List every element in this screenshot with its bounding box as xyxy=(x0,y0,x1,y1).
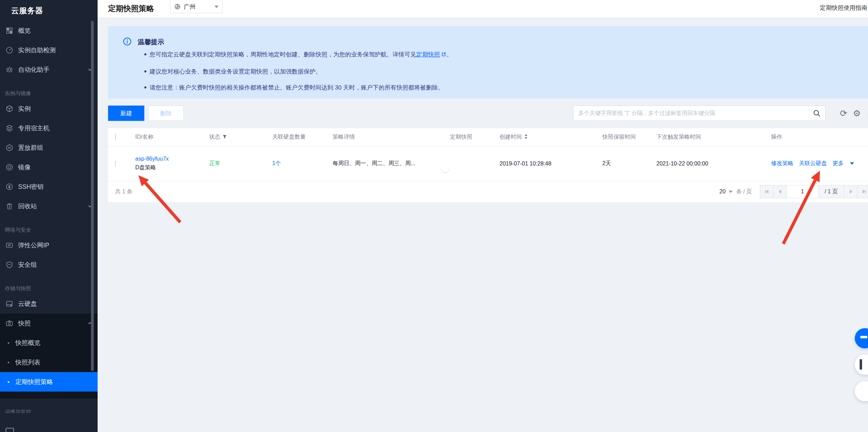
gear-icon[interactable]: ⚙ xyxy=(850,107,863,120)
bullet-dot-icon xyxy=(144,70,146,72)
floating-feedback-button[interactable] xyxy=(855,328,868,348)
page-total-label: / 1 页 xyxy=(818,185,844,198)
sidebar-item-recycle-bin[interactable]: 回收站 xyxy=(0,196,98,216)
sidebar-item-snapshot[interactable]: 快照 xyxy=(0,314,98,333)
sidebar-item-cbs[interactable]: 云硬盘 xyxy=(0,294,98,314)
col-actions: 操作 xyxy=(771,133,868,141)
sidebar-item-ssh-keys[interactable]: SSH密钥 xyxy=(0,177,98,196)
sidebar-section-storage: 存储与快照 xyxy=(0,283,98,294)
table-footer: 共 1 条 20 条 / 页 / 1 页 xyxy=(108,181,868,202)
sort-icon[interactable] xyxy=(524,134,528,141)
sidebar-item-snapshot-list[interactable]: 快照列表 xyxy=(0,353,98,372)
sidebar-item-label: 实例自助检测 xyxy=(18,46,56,54)
search-input[interactable] xyxy=(573,110,808,116)
cell-id-name: asp-86yfuu7x D盘策略 xyxy=(135,156,209,171)
sidebar-item-snapshot-overview[interactable]: 快照概览 xyxy=(0,333,98,353)
policy-detail-text: 每周日、周一、周二、周三、周... xyxy=(333,160,450,167)
target-icon xyxy=(5,163,14,172)
pagination: 20 条 / 页 / 1 页 xyxy=(719,185,868,198)
table-header-row: ID/名称 状态 关联硬盘数量 策略详情 定期快照 创建时间 快照保留时间 下次… xyxy=(108,128,868,146)
alert-bullet-2: 建议您对核心业务、数据类业务设置定期快照，以加强数据保护。 xyxy=(144,68,321,76)
bullet-dot-icon xyxy=(144,86,146,88)
sidebar-item-placement-group[interactable]: 置放群组 xyxy=(0,138,98,157)
bullet-dot-icon xyxy=(8,362,9,363)
sidebar-item-label: 自动化助手 xyxy=(18,65,50,74)
sidebar-item-self-check[interactable]: 实例自助检测 xyxy=(0,40,98,60)
trash-icon xyxy=(5,202,14,211)
bullet-dot-icon xyxy=(144,53,146,55)
first-page-button[interactable] xyxy=(760,185,774,198)
last-page-button[interactable] xyxy=(857,185,868,198)
refresh-icon[interactable]: ⟳ xyxy=(837,107,850,120)
overview-grid-icon xyxy=(5,26,14,35)
scheduled-snapshot-doc-link[interactable]: 定期快照 xyxy=(416,51,440,58)
page-title: 定期快照策略 xyxy=(108,0,154,17)
page-number-input[interactable] xyxy=(786,185,818,198)
sidebar-item-overview[interactable]: 概览 xyxy=(0,21,98,40)
search-icon[interactable] xyxy=(808,109,825,117)
sidebar-subitem-label: 快照列表 xyxy=(15,358,40,367)
sidebar-item-dedicated-host[interactable]: 专用宿主机 xyxy=(0,118,98,138)
chevron-down-icon xyxy=(850,162,854,165)
row-actions: 修改策略关联云硬盘更多 xyxy=(771,160,868,167)
sidebar-item-scheduled-snapshot-policy[interactable]: 定期快照策略 xyxy=(0,372,98,392)
usage-guide-link[interactable]: 定期快照使用指南 xyxy=(820,0,867,16)
download-icon[interactable] xyxy=(864,107,868,120)
filter-icon[interactable] xyxy=(222,134,227,141)
bullet-dot-icon xyxy=(8,342,9,344)
policy-id-link[interactable]: asp-86yfuu7x xyxy=(135,156,209,162)
sidebar-item-images[interactable]: 镜像 xyxy=(0,157,98,177)
info-alert: 温馨提示 您可指定云硬盘关联到定期快照策略，周期性地定时创建、删除快照，为您的业… xyxy=(108,26,868,99)
sidebar-item-label: 弹性公网IP xyxy=(18,241,49,249)
bullet-dot-icon xyxy=(8,381,9,383)
sidebar-scrollbar[interactable] xyxy=(91,21,94,371)
create-button[interactable]: 新建 xyxy=(108,106,144,121)
page-size-value[interactable]: 20 xyxy=(719,188,726,195)
col-status: 状态 xyxy=(209,133,272,141)
retention-value: 2天 xyxy=(602,160,656,167)
camera-icon xyxy=(5,319,14,328)
floating-contact-button[interactable] xyxy=(855,355,868,375)
floating-help-button[interactable] xyxy=(855,381,868,401)
alert-bullet-1: 您可指定云硬盘关联到定期快照策略，周期性地定时创建、删除快照，为您的业务保驾护航… xyxy=(144,51,452,59)
region-name: 广州 xyxy=(184,3,196,11)
sidebar-item-eip[interactable]: IP 弹性公网IP xyxy=(0,236,98,255)
contact-icon xyxy=(860,359,862,370)
disk-count-link[interactable]: 1个 xyxy=(272,160,281,166)
sidebar-item-label: 实例 xyxy=(18,105,31,113)
cube-icon xyxy=(5,104,14,113)
sidebar-item-label: 云硬盘 xyxy=(18,300,37,308)
alert-title: 温馨提示 xyxy=(138,38,164,47)
region-selector[interactable]: 广州 xyxy=(170,0,222,13)
external-link-icon xyxy=(441,52,447,57)
sidebar-item-instances[interactable]: 实例 xyxy=(0,99,98,118)
page-header: 定期快照策略 广州 定期快照使用指南 xyxy=(98,0,868,17)
policy-name: D盘策略 xyxy=(135,164,209,171)
select-all-checkbox[interactable] xyxy=(115,134,116,140)
disk-icon xyxy=(5,299,14,308)
associate-disk-link[interactable]: 关联云硬盘 xyxy=(799,160,827,166)
modify-policy-link[interactable]: 修改策略 xyxy=(771,160,793,166)
clipped-icon-fragment xyxy=(6,428,14,432)
next-page-button[interactable] xyxy=(844,185,858,198)
sidebar-item-automation[interactable]: 自动化助手 xyxy=(0,60,98,79)
sidebar-group-snapshot: 快照 快照概览 快照列表 定期快照策略 xyxy=(0,314,98,399)
sidebar-item-label: 快照 xyxy=(18,319,31,327)
chevron-down-icon xyxy=(214,6,219,8)
feedback-icon xyxy=(860,336,867,338)
sidebar-section-instances: 实例与镜像 xyxy=(0,88,98,99)
delete-button[interactable]: 删除 xyxy=(148,106,184,121)
sidebar-subitem-label: 定期快照策略 xyxy=(15,378,53,386)
col-disk-count: 关联硬盘数量 xyxy=(272,133,333,141)
status-badge: 正常 xyxy=(209,160,272,167)
row-checkbox[interactable] xyxy=(115,160,116,167)
more-link[interactable]: 更多 xyxy=(832,160,860,166)
chevron-down-icon[interactable] xyxy=(729,191,733,193)
created-at-value: 2019-07-01 10:28:48 xyxy=(500,161,602,167)
key-icon xyxy=(5,182,14,191)
sidebar-item-security-group[interactable]: 安全组 xyxy=(0,255,98,275)
app-title: 云服务器 xyxy=(0,0,98,21)
robot-icon xyxy=(5,65,14,74)
sidebar-section-network: 网络与安全 xyxy=(0,224,98,236)
prev-page-button[interactable] xyxy=(773,185,787,198)
